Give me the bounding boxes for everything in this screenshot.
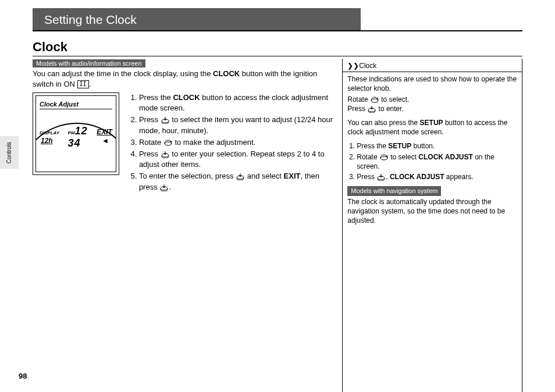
press-knob-icon (376, 173, 386, 181)
screen-divider (40, 109, 112, 109)
page-title: Setting the Clock (44, 13, 137, 27)
page-header: Setting the Clock (0, 8, 555, 31)
page-number: 98 (19, 372, 27, 380)
side-tab: Controls (0, 136, 19, 169)
sidebar-steps: Press the SETUP button. Rotate to select… (347, 141, 517, 181)
sidebar-step-1: Press the SETUP button. (357, 141, 517, 151)
side-tab-label: Controls (6, 141, 13, 163)
sidebar-nav-text: The clock is automatically updated throu… (347, 197, 517, 226)
model-badge-audio: Models with audio/information screen (33, 59, 145, 67)
step-3: Rotate to make the adjustment. (139, 137, 333, 148)
section-title: Clock (33, 40, 555, 55)
clock-display-illustration: Clock Adjust DISPLAY 12h PM12 34 EXIT ◄ (33, 92, 119, 175)
section-rule (33, 56, 522, 56)
step-1: Press the CLOCK button to access the clo… (139, 92, 333, 113)
header-underline (33, 30, 522, 31)
intro-text: You can adjust the time in the clock dis… (33, 69, 333, 89)
model-badge-nav: Models with navigation system (347, 186, 441, 196)
sidebar-step-2: Rotate to select CLOCK ADJUST on the scr… (357, 152, 517, 171)
press-knob-icon (367, 105, 376, 113)
steps-list: Press the CLOCK button to access the clo… (129, 92, 333, 194)
main-column: Models with audio/information screen You… (33, 59, 333, 194)
intro-part: . (89, 80, 91, 88)
ignition-on-icon: II (77, 80, 89, 88)
dial-arc (35, 123, 116, 172)
step-5: To enter the selection, press and select… (139, 171, 333, 192)
rotate-knob-icon (379, 153, 389, 161)
rotate-knob-icon (370, 95, 379, 104)
screen-title: Clock Adjust (40, 101, 79, 108)
step-2: Press to select the item you want to adj… (139, 115, 333, 136)
intro-part: You can adjust the time in the clock dis… (33, 69, 213, 78)
sidebar-heading: ❯❯Clock (343, 61, 522, 72)
intro-bold: CLOCK (213, 69, 240, 78)
press-knob-icon (161, 116, 170, 124)
press-knob-icon (159, 183, 169, 191)
rotate-knob-icon (163, 138, 173, 147)
sidebar-column: ❯❯Clock These indications are used to sh… (342, 59, 522, 392)
press-knob-icon (236, 172, 245, 180)
sidebar-head-text: Clock (359, 62, 376, 70)
sidebar-head-icon: ❯❯ (347, 62, 359, 70)
sidebar-step-3: Press , CLOCK ADJUST appears. (357, 172, 517, 181)
sidebar-setup-intro: You can also press the SETUP button to a… (347, 118, 517, 137)
sidebar-intro: These indications are used to show how t… (347, 74, 517, 93)
step-4: Press to enter your selection. Repeat st… (139, 149, 333, 170)
press-knob-icon (161, 150, 170, 158)
page-title-bar: Setting the Clock (33, 8, 361, 31)
